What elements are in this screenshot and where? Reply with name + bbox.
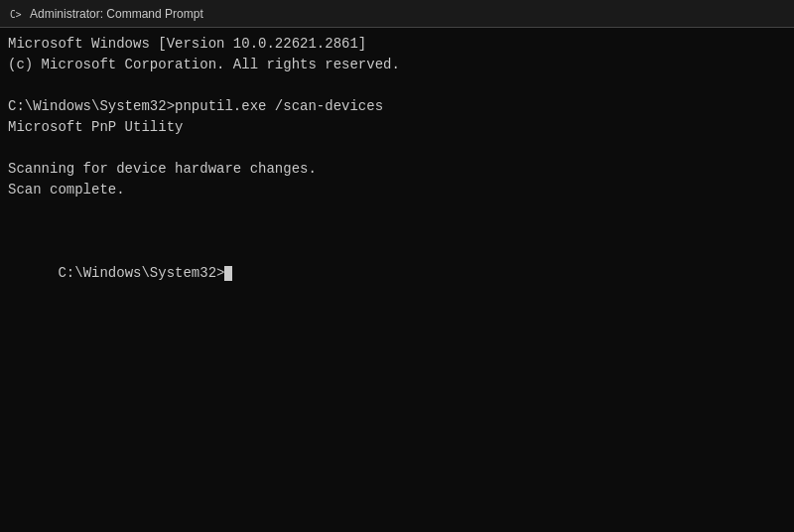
- terminal-line: Microsoft Windows [Version 10.0.22621.28…: [8, 34, 786, 55]
- terminal-body[interactable]: Microsoft Windows [Version 10.0.22621.28…: [0, 28, 794, 532]
- terminal-line-empty: [8, 138, 786, 159]
- terminal-line: Microsoft PnP Utility: [8, 117, 786, 138]
- terminal-line: Scan complete.: [8, 180, 786, 200]
- svg-text:C>: C>: [10, 9, 22, 20]
- terminal-line: C:\Windows\System32>pnputil.exe /scan-de…: [8, 96, 786, 117]
- terminal-line-empty: [8, 221, 786, 242]
- terminal-prompt: C:\Windows\System32>: [8, 242, 786, 305]
- cmd-icon: C>: [8, 6, 24, 22]
- title-bar: C> Administrator: Command Prompt: [0, 0, 794, 28]
- cmd-window: C> Administrator: Command Prompt Microso…: [0, 0, 794, 532]
- cursor: [224, 266, 232, 281]
- terminal-line: Scanning for device hardware changes.: [8, 159, 786, 180]
- terminal-line-empty: [8, 200, 786, 221]
- terminal-line: (c) Microsoft Corporation. All rights re…: [8, 55, 786, 75]
- terminal-line-empty: [8, 75, 786, 96]
- title-bar-text: Administrator: Command Prompt: [30, 7, 203, 21]
